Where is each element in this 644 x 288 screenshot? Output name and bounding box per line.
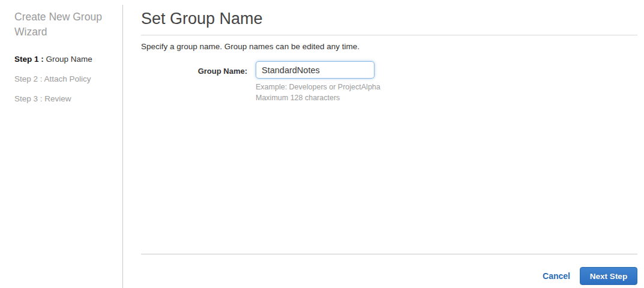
footer-divider [141,254,637,254]
wizard-title: Create New Group Wizard [14,10,110,40]
step-prefix: Step 2 : [14,74,44,83]
wizard-steps: Step 1 : Group Name Step 2 : Attach Poli… [14,55,113,104]
group-name-hint-max-chars: Maximum 128 characters [256,92,381,103]
step-label: Review [44,94,71,103]
create-group-wizard-page: Create New Group Wizard Step 1 : Group N… [0,0,644,288]
footer-actions: Cancel Next Step [543,267,637,285]
sidebar-step-review[interactable]: Step 3 : Review [14,94,113,104]
page-title: Set Group Name [141,8,637,35]
wizard-sidebar: Create New Group Wizard Step 1 : Group N… [0,0,123,288]
step-label: Group Name [46,55,92,64]
group-name-label: Group Name: [141,61,247,76]
page-description: Specify a group name. Group names can be… [141,42,637,51]
sidebar-step-group-name[interactable]: Step 1 : Group Name [14,55,113,64]
step-label: Attach Policy [44,74,91,83]
group-name-field-column: Example: Developers or ProjectAlpha Maxi… [256,61,381,103]
group-name-input[interactable] [256,61,375,79]
group-name-form-row: Group Name: Example: Developers or Proje… [141,61,637,103]
main-panel: Set Group Name Specify a group name. Gro… [123,0,644,288]
next-step-button[interactable]: Next Step [580,267,637,285]
sidebar-step-attach-policy[interactable]: Step 2 : Attach Policy [14,74,113,84]
cancel-button[interactable]: Cancel [543,271,570,281]
group-name-hint-example: Example: Developers or ProjectAlpha [256,82,381,92]
step-prefix: Step 3 : [14,94,44,103]
step-prefix: Step 1 : [14,55,46,64]
